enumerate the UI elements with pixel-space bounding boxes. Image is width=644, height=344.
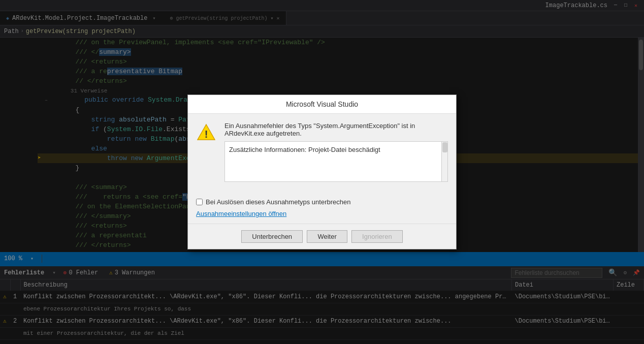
modal-button-row: Unterbrechen Weiter Ignorieren [188,224,456,249]
modal-checkbox[interactable] [196,199,203,205]
modal-scrollable-inner: Zusätzliche Informationen: Projekt-Datei… [225,142,447,162]
modal-scrollable-area[interactable]: Zusätzliche Informationen: Projekt-Datei… [224,141,448,182]
modal-ignore-button[interactable]: Ignorieren [351,230,403,243]
modal-scrollbar[interactable] [441,142,447,181]
modal-continue-button[interactable]: Weiter [307,230,347,243]
modal-additional-info: Zusätzliche Informationen: Projekt-Datei… [229,146,443,153]
modal-main-message: Ein Ausnahmefehler des Typs "System.Argu… [224,122,448,137]
modal-body: ! Ein Ausnahmefehler des Typs "System.Ar… [188,114,456,194]
modal-title: Microsoft Visual Studio [188,95,456,114]
modal-settings-link[interactable]: Ausnahmeeinstellungen öffnen [188,210,456,217]
warning-triangle-svg: ! [197,123,215,141]
modal-checkbox-label: Bei Auslösen dieses Ausnahmetyps unterbr… [206,198,350,206]
modal-overlay: Microsoft Visual Studio ! Ein Ausnahmefe… [0,0,644,344]
modal-dialog: Microsoft Visual Studio ! Ein Ausnahmefe… [187,95,457,249]
modal-break-button[interactable]: Unterbrechen [241,230,303,243]
modal-checkbox-row: Bei Auslösen dieses Ausnahmetyps unterbr… [188,194,456,210]
modal-warning-icon: ! [196,122,216,142]
svg-text:!: ! [205,129,208,140]
modal-message-area: Ein Ausnahmefehler des Typs "System.Argu… [224,122,448,186]
